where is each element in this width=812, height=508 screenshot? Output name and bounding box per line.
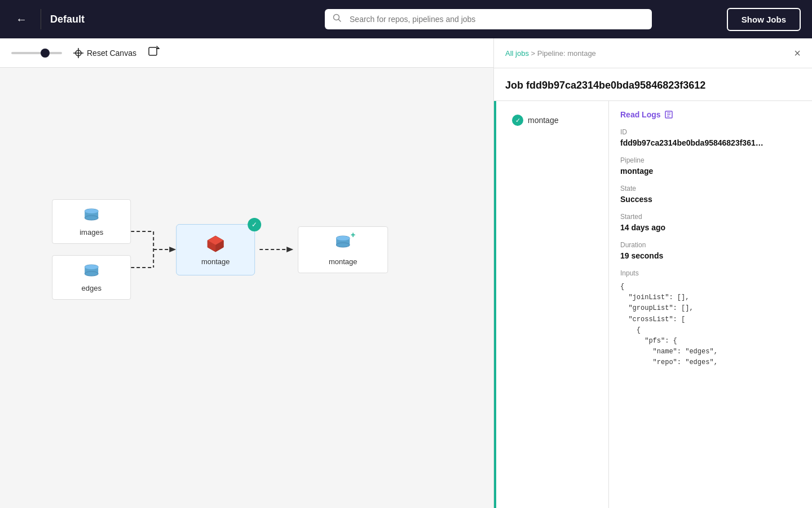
search-container [325,9,652,29]
montage-output-node[interactable]: + montage [298,226,388,273]
job-title: Job fdd9b97ca2314be0bda95846823f3612 [494,68,812,101]
db-icon-edges [82,262,100,281]
reset-canvas-label: Reset Canvas [87,49,136,58]
breadcrumb: All jobs > Pipeline: montage [505,49,596,58]
svg-point-12 [85,271,98,276]
crosshair-icon [73,48,83,58]
montage-pipeline-label: montage [201,257,230,266]
panel-sidebar-content: ✓ montage [496,101,609,508]
close-panel-button[interactable]: × [794,47,801,59]
logs-icon [664,110,673,119]
svg-point-28 [336,236,350,240]
show-jobs-button[interactable]: Show Jobs [727,8,801,31]
inputs-label: Inputs [620,269,801,277]
success-badge: ✓ [248,218,261,231]
edges-node-label: edges [81,284,101,292]
back-button[interactable]: ← [11,8,32,30]
svg-point-9 [85,209,98,213]
reset-canvas-button[interactable]: Reset Canvas [73,48,136,58]
montage-pipeline-node[interactable]: ✓ montage [176,224,255,275]
panel-header: All jobs > Pipeline: montage × [494,38,812,68]
fit-to-screen-button[interactable] [148,45,160,60]
started-label: Started [620,213,801,221]
input-arrows [131,213,176,286]
output-arrow [255,244,298,255]
breadcrumb-pipeline: Pipeline: montage [537,49,596,58]
header-divider [41,9,41,29]
started-field: Started 14 days ago [620,213,801,232]
main-area: Reset Canvas [0,38,812,508]
pipeline-item-label: montage [528,116,558,125]
svg-line-1 [339,20,341,22]
id-field: ID fdd9b97ca2314be0bda95846823f361… [620,128,801,147]
duration-value: 19 seconds [620,251,801,260]
duration-label: Duration [620,241,801,249]
input-nodes: images edges [52,199,131,300]
header: ← Default Show Jobs [0,0,812,38]
pipeline-sidebar-item-montage[interactable]: ✓ montage [505,110,599,130]
pipeline-value: montage [620,167,801,176]
id-label: ID [620,128,801,136]
zoom-slider[interactable] [11,52,62,54]
montage-output-label: montage [329,257,358,266]
pipeline-canvas[interactable]: Reset Canvas [0,38,493,508]
panel-detail: Read Logs ID fdd9b97ca2314be0bda95846823… [609,101,812,508]
search-icon [333,14,342,25]
breadcrumb-all-jobs[interactable]: All jobs [505,49,529,58]
svg-point-8 [85,216,98,220]
inputs-code: { "joinList": [], "groupList": [], "cros… [620,282,801,369]
db-icon-output [334,234,352,252]
state-label: State [620,185,801,192]
pipeline-item-check: ✓ [512,115,523,126]
svg-marker-18 [169,247,176,252]
connector-svg [131,213,176,286]
pipeline-field: Pipeline montage [620,156,801,176]
db-icon-images [82,207,100,225]
cube-icon [205,234,226,254]
state-field: State Success [620,185,801,204]
svg-rect-5 [149,47,157,55]
images-node[interactable]: images [52,199,131,244]
svg-point-27 [336,243,350,247]
output-connector-svg [259,244,293,255]
inputs-section: Inputs { "joinList": [], "groupList": []… [620,269,801,369]
svg-point-13 [85,265,98,269]
rotate-icon [148,45,160,58]
read-logs-label: Read Logs [620,110,661,119]
started-value: 14 days ago [620,223,801,232]
images-node-label: images [80,228,103,237]
svg-marker-24 [286,247,293,252]
panel-body: ✓ montage Read Logs ID fdd [494,101,812,508]
pipeline-label: Pipeline [620,156,801,164]
zoom-control [11,52,62,54]
canvas-toolbar: Reset Canvas [0,38,493,68]
project-title: Default [50,14,85,25]
edges-node[interactable]: edges [52,255,131,300]
search-input[interactable] [325,9,652,29]
duration-field: Duration 19 seconds [620,241,801,260]
id-value: fdd9b97ca2314be0bda95846823f361… [620,138,801,147]
read-logs-button[interactable]: Read Logs [620,110,673,119]
breadcrumb-separator: > [531,49,537,58]
right-panel: All jobs > Pipeline: montage × Job fdd9b… [493,38,812,508]
state-value: Success [620,195,801,204]
